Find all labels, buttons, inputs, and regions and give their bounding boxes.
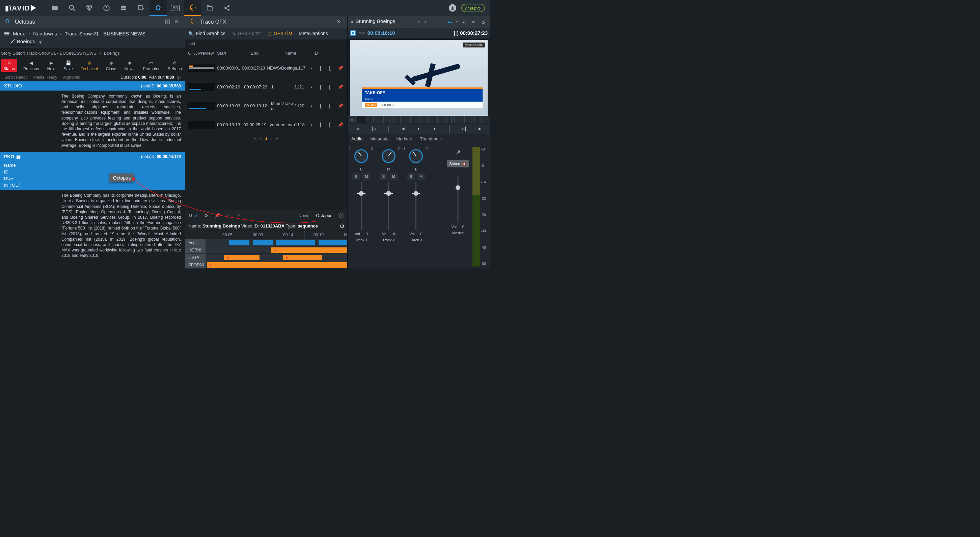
chevron-right-icon[interactable]: ›	[311, 65, 312, 71]
table-row[interactable]: 00:00:02:19 00:00:07:23 1 1121 ›][📌	[185, 78, 347, 97]
pager-first[interactable]: «	[255, 136, 257, 141]
track-row[interactable]: SPODNI 📌	[185, 261, 347, 269]
reload-icon[interactable]: ⟳	[422, 18, 429, 25]
studio-body[interactable]: The Boeing Company, commonly known as Bo…	[0, 91, 185, 152]
save-button[interactable]: 💾Save	[61, 59, 75, 72]
diamond-icon[interactable]	[81, 0, 98, 16]
close-panel-button[interactable]: ✕	[173, 18, 180, 25]
mini-timeline[interactable]: ▭	[348, 116, 490, 123]
close-button[interactable]: ⊗Close	[104, 59, 118, 72]
pin-icon[interactable]: 📌	[338, 103, 343, 109]
mini-tl-left-icon[interactable]: ▭	[348, 116, 357, 123]
bracket-start-icon[interactable]: [	[328, 65, 331, 71]
pin-icon[interactable]: 📌	[338, 122, 343, 127]
step-fwd-icon[interactable]: ❙▶	[430, 124, 438, 133]
mic-icon[interactable]: 🎤	[455, 150, 461, 156]
script-ready-label[interactable]: Script Ready	[5, 75, 28, 80]
menu-label[interactable]: Menu	[13, 31, 25, 37]
pin-icon[interactable]: 📌	[338, 84, 343, 90]
crumb-show[interactable]: Traco-Show #1 - BUSINESS NEWS	[65, 31, 146, 37]
track-row[interactable]: Eng	[185, 239, 347, 246]
octopus-tab[interactable]: Octopus	[316, 213, 332, 218]
refresh-icon[interactable]: ⟳	[205, 213, 208, 218]
chevron-right-icon[interactable]: ›	[311, 122, 312, 127]
stack-icon[interactable]	[115, 0, 132, 16]
refresh-button[interactable]: ⟳Refresh	[166, 59, 184, 72]
volume-fader[interactable]	[411, 182, 421, 230]
video-monitor[interactable]: youtube.com TAKE-OFF Miami NEWSBOEINGS	[350, 40, 488, 116]
tab-audio[interactable]: Audio	[351, 136, 363, 142]
clapper-icon[interactable]	[201, 0, 218, 16]
media-ready-label[interactable]: Media Ready	[33, 75, 57, 80]
share-icon[interactable]	[218, 0, 235, 16]
table-row[interactable]: 00:00:13:03 00:00:19:12 Miami/Take-off 1…	[185, 97, 347, 115]
bracket-end-icon[interactable]: ]	[319, 122, 321, 128]
chevron-right-icon[interactable]: ›	[311, 103, 312, 109]
mute-button[interactable]: M	[417, 173, 425, 180]
inews-tab[interactable]: iNews	[297, 213, 309, 218]
bracket-start-icon[interactable]: [	[328, 103, 331, 109]
chevron-down-icon[interactable]: ▾	[456, 20, 458, 24]
step-back-icon[interactable]: ◀❙	[399, 124, 408, 133]
tab-markers[interactable]: Markers	[396, 136, 412, 142]
power-icon[interactable]: ⏻	[340, 223, 344, 229]
track-row[interactable]: HORNI 📌	[185, 246, 347, 254]
ingest-icon[interactable]: AI	[339, 213, 344, 218]
pin-icon[interactable]: 📌	[338, 65, 343, 71]
pager-last[interactable]: »	[276, 136, 278, 141]
omega-icon[interactable]	[150, 0, 167, 16]
pan-knob[interactable]	[382, 149, 396, 163]
tab-thumbnails[interactable]: Thumbnails	[420, 136, 442, 142]
time-ruler[interactable]: 00:0500:0900:1400:1900:23	[185, 231, 347, 239]
bracket-start-icon[interactable]: [	[328, 84, 331, 90]
monitor-icon[interactable]: ▶	[460, 18, 468, 25]
layer-chip[interactable]	[350, 30, 356, 36]
globe-icon[interactable]	[98, 0, 115, 16]
bracket-end-icon[interactable]: ]	[319, 103, 321, 109]
volume-fader[interactable]	[356, 182, 366, 230]
mute-button[interactable]: M	[390, 173, 398, 180]
previous-button[interactable]: ◀Previous	[21, 59, 41, 72]
solo-button[interactable]: S	[407, 173, 415, 180]
mark-in-jump-icon[interactable]: ]→	[369, 124, 377, 133]
new-button[interactable]: ⊕New▾	[122, 59, 137, 72]
download-list-icon[interactable]	[132, 0, 150, 16]
info-icon[interactable]: i	[177, 76, 181, 79]
track-row[interactable]: LISTA 📌 📌	[185, 254, 347, 261]
status-button[interactable]: NStatus	[1, 59, 17, 72]
folder-icon[interactable]	[46, 0, 64, 16]
tc-mode[interactable]: m ▾	[359, 31, 365, 35]
technical-button[interactable]: ▤Technical	[79, 59, 100, 72]
more-icon[interactable]: »	[480, 18, 487, 25]
volume-fader[interactable]	[384, 182, 394, 230]
next-button[interactable]: ▶Next	[45, 59, 58, 72]
sequence-name-input[interactable]	[356, 19, 416, 25]
tab-gfx-editor[interactable]: ✎GFX Editor	[232, 31, 261, 37]
tab-gfx-list[interactable]: ☰GFX List	[267, 31, 292, 37]
columns-icon[interactable]: ▥	[470, 18, 477, 25]
bracket-end-icon[interactable]: ]	[319, 65, 321, 71]
menu-icon[interactable]	[5, 32, 10, 35]
approved-label[interactable]: Approved	[63, 75, 80, 80]
tab-metacaptions[interactable]: MetaCaptions	[299, 31, 328, 37]
fullscreen-icon[interactable]: ▣	[476, 124, 484, 133]
pan-knob[interactable]	[409, 149, 423, 163]
table-row[interactable]: 00:00:00:01 00:00:27:23 NEWS/Boeings 111…	[185, 59, 347, 78]
volume-fader[interactable]	[453, 176, 463, 223]
pager-next[interactable]: ›	[271, 136, 272, 141]
add-panel-button[interactable]	[164, 18, 171, 25]
mute-button[interactable]: M	[363, 173, 370, 180]
pager-current[interactable]: 1	[265, 136, 267, 141]
gfx-icon[interactable]: GFX	[184, 0, 201, 16]
chevron-down-icon[interactable]: ▾	[39, 39, 42, 45]
tab-metadata[interactable]: Metadata	[370, 136, 388, 142]
frame-icon[interactable]: ▭	[354, 124, 362, 133]
pkg-block-header[interactable]: PKG ▦ (beta)D: 00:00:44.170 Name ID DUR …	[0, 151, 185, 190]
table-row[interactable]: 00:00:13:13 00:00:25:19 youtube.com 1118…	[185, 115, 347, 134]
chevron-right-icon[interactable]: ›	[311, 84, 312, 90]
crumb-rundowns[interactable]: Rundowns	[33, 31, 57, 37]
layout-icon[interactable]: ▮▬	[447, 18, 454, 25]
playhead[interactable]	[304, 231, 304, 239]
undo-icon[interactable]: ↶	[226, 213, 230, 218]
mark-out-icon[interactable]: ]	[384, 124, 393, 133]
